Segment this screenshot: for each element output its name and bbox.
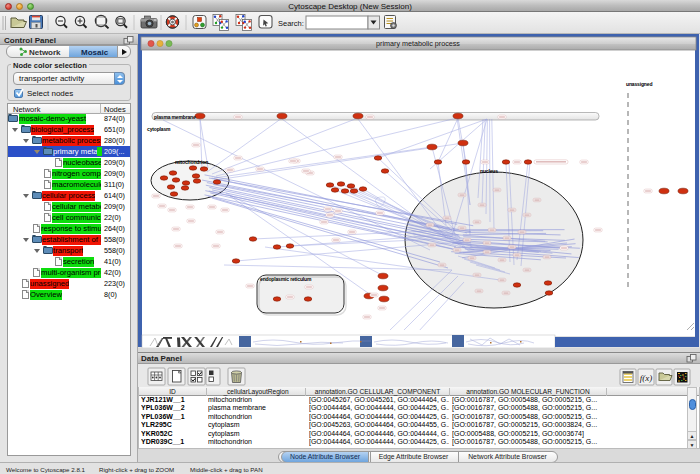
svg-text:plasma membrane: plasma membrane xyxy=(154,114,196,120)
svg-text:endoplasmic reticulum: endoplasmic reticulum xyxy=(260,276,312,282)
svg-text:mitochondrion: mitochondrion xyxy=(175,159,208,165)
svg-text:primary metabolic process: primary metabolic process xyxy=(376,39,460,48)
svg-text:f(x): f(x) xyxy=(640,373,653,383)
svg-text:unassigned: unassigned xyxy=(626,81,652,87)
svg-text:nucleus: nucleus xyxy=(480,168,498,174)
svg-text:cytoplasm: cytoplasm xyxy=(147,126,171,132)
